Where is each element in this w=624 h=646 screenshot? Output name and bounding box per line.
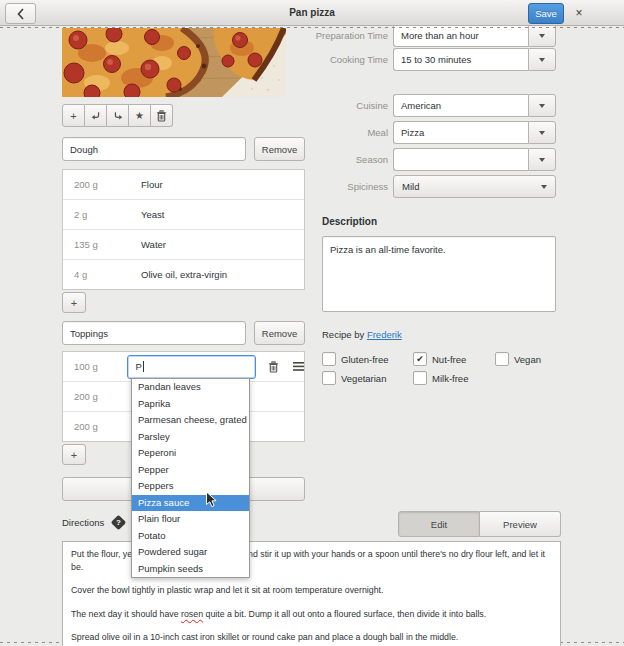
toppings-add-ingredient-button[interactable]: + xyxy=(62,444,86,465)
default-image-button[interactable]: ★ xyxy=(129,104,151,127)
ingredient-row[interactable]: 2 g Yeast xyxy=(63,199,304,229)
directions-paragraph: The next day it should have rosen quite … xyxy=(71,608,552,621)
rotate-right-icon xyxy=(112,110,124,122)
dough-add-ingredient-button[interactable]: + xyxy=(62,292,86,313)
combo-value: Mild xyxy=(402,181,419,192)
ingredient-amount: 2 g xyxy=(63,209,131,220)
autocomplete-item[interactable]: Powdered sugar xyxy=(132,544,249,561)
autocomplete-item[interactable]: Peperoni xyxy=(132,445,249,462)
directions-label: Directions xyxy=(62,517,104,528)
ingredient-row[interactable]: 4 g Olive oil, extra-virgin xyxy=(63,259,304,289)
edit-tab[interactable]: Edit xyxy=(398,511,480,537)
ingredient-row[interactable]: 200 g Flour xyxy=(63,170,304,199)
drag-handle-icon[interactable] xyxy=(293,362,304,371)
field-label: Spiciness xyxy=(300,175,388,198)
toppings-title-input[interactable]: Toppings xyxy=(62,321,246,345)
field-label: Meal xyxy=(300,121,388,144)
rotate-left-button[interactable] xyxy=(85,104,107,127)
combo-value: American xyxy=(393,94,528,117)
combo-value: Pizza xyxy=(393,121,528,144)
toppings-title-value: Toppings xyxy=(70,328,108,339)
trash-icon[interactable] xyxy=(268,361,279,373)
plus-icon: + xyxy=(71,297,77,309)
save-button[interactable]: Save xyxy=(528,3,564,24)
autocomplete-item[interactable]: Parsley xyxy=(132,429,249,446)
autocomplete-item[interactable]: Parmesan cheese, grated xyxy=(132,412,249,429)
chevron-down-icon[interactable] xyxy=(528,121,556,144)
checkbox-box: ✔ xyxy=(413,352,427,366)
delete-image-button[interactable] xyxy=(151,104,173,127)
season-combo[interactable] xyxy=(393,148,556,171)
misspelled-word: rosen xyxy=(181,609,203,619)
close-icon: × xyxy=(575,6,582,20)
ingredient-amount: 200 g xyxy=(63,391,131,402)
description-label: Description xyxy=(322,216,377,227)
dough-remove-button[interactable]: Remove xyxy=(254,137,305,161)
ingredient-autocomplete-popup: Pandan leaves Paprika Parmesan cheese, g… xyxy=(131,378,250,578)
rotate-left-icon xyxy=(90,110,102,122)
description-textarea[interactable]: Pizza is an all-time favorite. xyxy=(322,236,556,312)
chevron-down-icon[interactable] xyxy=(528,94,556,117)
ingredient-row-editing[interactable]: 100 g P xyxy=(63,352,304,381)
diet-checkbox-vegetarian[interactable]: Vegetarian xyxy=(322,371,386,385)
checkbox-label: Gluten-free xyxy=(341,354,389,365)
description-text: Pizza is an all-time favorite. xyxy=(330,244,446,255)
rotate-right-button[interactable] xyxy=(107,104,129,127)
ingredient-name: Water xyxy=(141,239,166,250)
diet-checkbox-milk-free[interactable]: Milk-free xyxy=(413,371,468,385)
dough-ingredients-list: 200 g Flour 2 g Yeast 135 g Water 4 g Ol… xyxy=(62,169,305,290)
diet-checkbox-nut-free[interactable]: ✔ Nut-free xyxy=(413,352,466,366)
toppings-remove-button[interactable]: Remove xyxy=(254,321,305,345)
cuisine-combo[interactable]: American xyxy=(393,94,556,117)
autocomplete-item[interactable]: Paprika xyxy=(132,396,249,413)
ingredient-name: Yeast xyxy=(141,209,164,220)
diet-checkbox-gluten-free[interactable]: Gluten-free xyxy=(322,352,389,366)
directions-header: Directions ? xyxy=(62,517,124,528)
plus-icon: + xyxy=(71,449,77,461)
ingredient-name-input[interactable]: P xyxy=(127,355,256,379)
ingredient-amount: 200 g xyxy=(63,421,131,432)
autocomplete-item[interactable]: Pandan leaves xyxy=(132,379,249,396)
autocomplete-item[interactable]: Plain flour xyxy=(132,511,249,528)
combo-value: 15 to 30 minutes xyxy=(393,48,528,71)
combo-value xyxy=(393,148,528,171)
autocomplete-item[interactable]: Pepper xyxy=(132,462,249,479)
ingredient-amount: 135 g xyxy=(63,239,131,250)
directions-paragraph: Spread olive oil in a 10-inch cast iron … xyxy=(71,631,552,644)
checkbox-box xyxy=(495,352,509,366)
chevron-left-icon xyxy=(16,7,26,21)
preview-tab[interactable]: Preview xyxy=(480,511,561,537)
recipe-photo[interactable] xyxy=(62,28,286,97)
diet-checkbox-vegan[interactable]: Vegan xyxy=(495,352,541,366)
checkbox-label: Vegetarian xyxy=(341,373,386,384)
help-icon[interactable]: ? xyxy=(111,515,127,531)
ingredient-amount: 100 g xyxy=(63,361,127,372)
directions-paragraph: Cover the bowl tightly in plastic wrap a… xyxy=(71,584,552,597)
edit-preview-toggle: Edit Preview xyxy=(398,511,561,537)
scroll-undershoot-top xyxy=(0,27,624,28)
cooking-time-combo[interactable]: 15 to 30 minutes xyxy=(393,48,556,71)
autocomplete-item[interactable]: Peppers xyxy=(132,478,249,495)
autocomplete-item-selected[interactable]: Pizza sauce xyxy=(132,495,249,512)
meal-combo[interactable]: Pizza xyxy=(393,121,556,144)
author-link[interactable]: Frederik xyxy=(367,329,402,340)
dough-title-input[interactable]: Dough xyxy=(62,137,246,161)
checkbox-box xyxy=(322,352,336,366)
chevron-down-icon[interactable] xyxy=(528,148,556,171)
headerbar: Pan pizza Save × xyxy=(0,0,624,26)
spiciness-combo[interactable]: Mild xyxy=(393,175,556,198)
chevron-down-icon xyxy=(541,185,547,189)
autocomplete-item[interactable]: Potato xyxy=(132,528,249,545)
ingredient-row[interactable]: 135 g Water xyxy=(63,229,304,259)
chevron-down-icon[interactable] xyxy=(528,48,556,71)
close-button[interactable]: × xyxy=(569,3,589,22)
text-caret xyxy=(143,361,144,372)
back-button[interactable] xyxy=(5,3,36,24)
dough-title-value: Dough xyxy=(70,144,98,155)
field-label: Season xyxy=(300,148,388,171)
attribution-prefix: Recipe by xyxy=(322,329,367,340)
trash-icon xyxy=(156,110,167,122)
attribution: Recipe by Frederik xyxy=(322,329,402,340)
autocomplete-item[interactable]: Pumpkin seeds xyxy=(132,561,249,578)
add-image-button[interactable]: + xyxy=(62,104,85,127)
